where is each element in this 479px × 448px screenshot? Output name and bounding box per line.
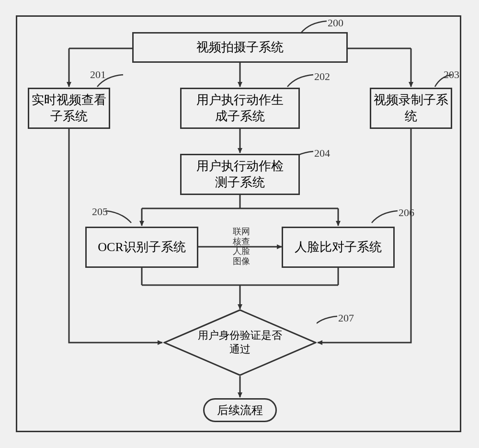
box-realtime-video-view-subsystem: 实时视频查看 子系统: [28, 88, 110, 129]
box-user-action-gen-subsystem: 用户执行动作生 成子系统: [180, 88, 300, 129]
box-user-action-detect-subsystem: 用户执行动作检 测子系统: [180, 154, 300, 195]
ref-204: 204: [314, 147, 330, 160]
terminal-followup: 后续流程: [203, 398, 277, 422]
box-label: 用户执行动作检 测子系统: [196, 158, 284, 191]
box-ocr-subsystem: OCR识别子系统: [85, 227, 198, 268]
edge-label-ocr-to-face: 联网 核查 人脸 图像: [232, 227, 251, 266]
box-video-record-subsystem: 视频录制子系 统: [370, 88, 452, 129]
box-label: 用户执行动作生 成子系统: [196, 92, 284, 125]
box-face-compare-subsystem: 人脸比对子系统: [282, 227, 395, 268]
ref-202: 202: [314, 70, 330, 83]
ref-206: 206: [399, 207, 414, 219]
box-label: 实时视频查看 子系统: [32, 92, 106, 125]
ref-200: 200: [328, 17, 343, 29]
box-label: OCR识别子系统: [98, 239, 185, 255]
box-label: 视频拍摄子系统: [196, 39, 284, 56]
diagram-frame: 视频拍摄子系统 200 实时视频查看 子系统 201 用户执行动作生 成子系统 …: [16, 15, 461, 432]
decision-label: 用户身份验证是否 通过: [198, 329, 282, 356]
box-label: 人脸比对子系统: [295, 239, 382, 255]
terminal-label: 后续流程: [217, 402, 263, 418]
box-label: 视频录制子系 统: [374, 92, 448, 125]
ref-203: 203: [444, 69, 459, 81]
ref-205: 205: [92, 206, 108, 218]
box-video-capture-subsystem: 视频拍摄子系统: [132, 32, 348, 63]
ref-207: 207: [338, 312, 354, 324]
ref-201: 201: [90, 69, 106, 81]
decision-user-auth-pass: 用户身份验证是否 通过: [163, 309, 317, 376]
